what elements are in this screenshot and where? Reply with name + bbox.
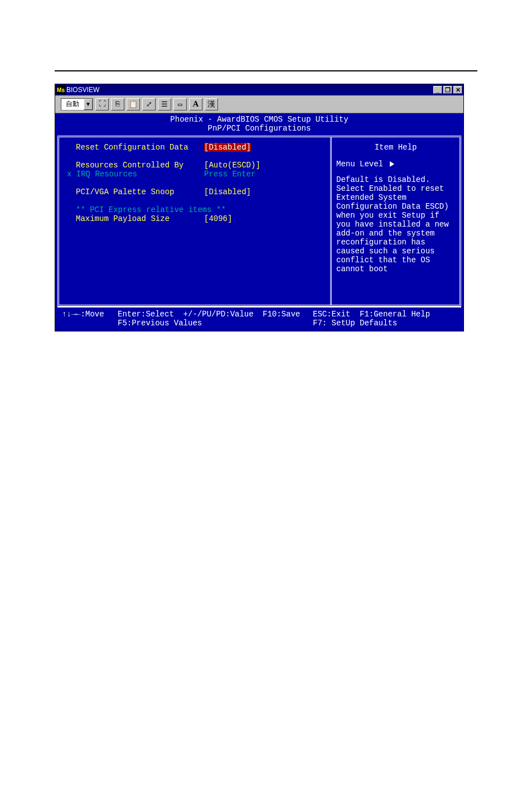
menu-level-label: Menu Level: [336, 160, 383, 169]
hint-f10: F10:Save: [263, 310, 313, 319]
ime-button[interactable]: 漢: [205, 98, 218, 110]
titlebar: Ms BIOSVIEW _ ❐ ✕: [55, 84, 463, 95]
help-title: Item Help: [336, 143, 455, 152]
setting-max-payload[interactable]: Maximum Payload Size [4096]: [76, 214, 327, 223]
help-pane: Item Help Menu Level Default is Disabled…: [330, 137, 460, 305]
hint-f5: F5:Previous Values: [118, 319, 263, 328]
horizontal-rule: [55, 70, 477, 71]
setting-value: [Auto(ESCD)]: [204, 161, 260, 170]
hint-f7: F7: SetUp Defaults: [313, 319, 457, 328]
bios-body: Reset Configuration Data [Disabled] Reso…: [57, 136, 461, 306]
hint-esc: ESC:Exit F1:General Help: [313, 310, 457, 319]
settings-pane: Reset Configuration Data [Disabled] Reso…: [59, 137, 330, 305]
setting-label: Reset Configuration Data: [76, 143, 204, 152]
setting-irq-resources-disabled: x IRQ Resources Press Enter: [67, 170, 327, 179]
setting-palette-snoop[interactable]: PCI/VGA Palette Snoop [Disabled]: [76, 188, 327, 196]
setting-reset-config[interactable]: Reset Configuration Data [Disabled]: [76, 143, 327, 152]
background-button[interactable]: ▭: [173, 98, 187, 110]
copy-button[interactable]: ⎘: [111, 98, 124, 110]
setting-label: PCI/VGA Palette Snoop: [76, 188, 204, 196]
bios-title-line2: PnP/PCI Configurations: [55, 124, 463, 133]
hint-move: ↑↓→←:Move: [62, 310, 118, 319]
font-size-combo[interactable]: 自動 ▼: [61, 98, 93, 110]
setting-label: x IRQ Resources: [67, 170, 204, 179]
setting-value: Press Enter: [204, 170, 255, 179]
app-logo-icon: Ms: [56, 85, 65, 94]
toolbar: 自動 ▼ ⛶ ⎘ 📋 ⤢ ☰ ▭ A 漢: [55, 95, 463, 113]
fullscreen-button[interactable]: ⤢: [142, 98, 156, 110]
section-text: ** PCI Express relative items **: [76, 205, 226, 214]
setting-value: [Disabled]: [204, 188, 251, 196]
menu-level-row: Menu Level: [336, 160, 455, 169]
close-button[interactable]: ✕: [453, 86, 462, 94]
font-button[interactable]: A: [189, 98, 202, 110]
properties-button[interactable]: ☰: [158, 98, 171, 110]
app-window: Ms BIOSVIEW _ ❐ ✕ 自動 ▼ ⛶ ⎘ 📋 ⤢ ☰ ▭ A 漢 P…: [55, 84, 464, 331]
bios-header: Phoenix - AwardBIOS CMOS Setup Utility P…: [55, 113, 463, 136]
bios-footer: ↑↓→←:Move Enter:Select +/-/PU/PD:Value F…: [57, 306, 461, 331]
chevron-down-icon[interactable]: ▼: [84, 99, 93, 110]
section-header-pci-express: ** PCI Express relative items **: [76, 205, 327, 214]
arrow-right-icon: [390, 161, 394, 167]
setting-resources-controlled[interactable]: Resources Controlled By [Auto(ESCD)]: [76, 161, 327, 170]
setting-label: Maximum Payload Size: [76, 214, 204, 223]
combo-value: 自動: [61, 99, 84, 109]
bios-title-line1: Phoenix - AwardBIOS CMOS Setup Utility: [55, 115, 463, 124]
setting-value-selected: [Disabled]: [204, 143, 251, 152]
setting-value: [4096]: [204, 214, 232, 223]
minimize-button[interactable]: _: [433, 86, 442, 94]
help-text: Default is Disabled. Select Enabled to r…: [336, 175, 455, 273]
window-title: BIOSVIEW: [66, 86, 99, 94]
blank-row: [76, 196, 327, 205]
blank-row: [76, 179, 327, 188]
blank-row: [76, 152, 327, 161]
setting-label: Resources Controlled By: [76, 161, 204, 170]
paste-button[interactable]: 📋: [127, 98, 140, 110]
maximize-button[interactable]: ❐: [443, 86, 452, 94]
mark-button[interactable]: ⛶: [95, 98, 109, 110]
bios-screen: Phoenix - AwardBIOS CMOS Setup Utility P…: [55, 113, 463, 331]
hint-enter: Enter:Select +/-/PU/PD:Value: [118, 310, 263, 319]
